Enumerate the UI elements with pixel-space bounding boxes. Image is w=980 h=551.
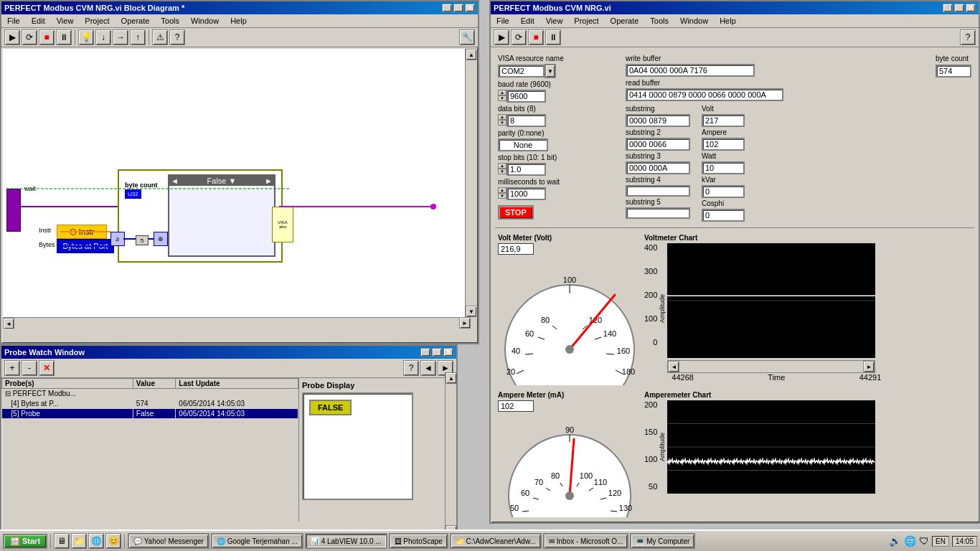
minimize-btn[interactable]: _	[442, 4, 452, 12]
volt-scroll-left[interactable]: ◄	[668, 361, 679, 372]
ms-down[interactable]: ▼	[498, 193, 507, 199]
fp-menu-view[interactable]: View	[543, 16, 566, 26]
visa-dropdown-arrow[interactable]: ▼	[545, 64, 556, 78]
fp-menu-operate[interactable]: Operate	[608, 16, 642, 26]
visa-resource-input[interactable]: COM2	[498, 65, 545, 77]
volt-group: Volt 217	[702, 105, 745, 127]
menu-project-bd[interactable]: Project	[82, 16, 112, 26]
ms-up[interactable]: ▲	[498, 187, 507, 193]
data-down[interactable]: ▼	[498, 120, 507, 126]
taskbar-google[interactable]: 🌐 Google Terjemahan ...	[211, 533, 303, 549]
fp-menu-help[interactable]: Help	[717, 16, 739, 26]
scroll-down-btn[interactable]: ▼	[466, 306, 476, 317]
case-arrow-left[interactable]: ◄	[171, 176, 179, 185]
volt-chart-scrollbar[interactable]: ◄ ►	[667, 360, 875, 373]
taskbar-adwcleaner[interactable]: 📁 C:\AdwCleaner\Adw...	[450, 533, 542, 549]
probe-close-btn[interactable]: ✕	[443, 348, 453, 357]
case-arrow-right[interactable]: ►	[265, 176, 273, 185]
fp-menu-file[interactable]: File	[494, 16, 512, 26]
probe-minimize-btn[interactable]: _	[420, 348, 430, 357]
fp-help-btn[interactable]: ?	[960, 29, 976, 45]
quick-launch-3[interactable]: 🌐	[88, 533, 104, 549]
ms-input[interactable]: 1000	[507, 187, 546, 200]
stop-down[interactable]: ▼	[498, 169, 507, 174]
probe-scroll-up[interactable]: ▲	[446, 372, 457, 384]
step-into-btn[interactable]: ↓	[95, 29, 111, 45]
baud-rate-input[interactable]: 9600	[507, 90, 546, 103]
fp-maximize-btn[interactable]: □	[954, 4, 964, 12]
ms-spinner[interactable]: ▲ ▼	[498, 187, 507, 200]
menu-window-bd[interactable]: Window	[188, 16, 222, 26]
extra-btn[interactable]: 🔧	[459, 29, 475, 45]
warn-btn[interactable]: ⚠	[152, 29, 168, 45]
probe-help-btn[interactable]: ?	[403, 360, 419, 376]
fp-menu-window[interactable]: Window	[677, 16, 711, 26]
highlight-btn[interactable]: 💡	[78, 29, 94, 45]
menu-file-bd[interactable]: File	[4, 16, 23, 26]
fp-controls-col: VISA resource name COM2 ▼ baud rate (960…	[498, 55, 620, 222]
data-bits-control: ▲ ▼ 8	[498, 114, 620, 127]
fp-abort-btn[interactable]: ■	[528, 29, 544, 45]
run-btn-bd[interactable]: ▶	[4, 29, 20, 45]
maximize-btn[interactable]: □	[453, 4, 463, 12]
probe-nav-left[interactable]: ◄	[420, 360, 436, 376]
fp-close-btn[interactable]: ✕	[966, 4, 976, 12]
svg-text:160: 160	[617, 347, 630, 355]
menu-view-bd[interactable]: View	[54, 16, 77, 26]
scroll-up-btn[interactable]: ▲	[466, 49, 476, 60]
bd-scrollbar-v[interactable]: ▲ ▼	[465, 49, 476, 329]
close-btn[interactable]: ✕	[465, 4, 475, 12]
scroll-right-btn[interactable]: ►	[459, 317, 471, 329]
taskbar-photoscape[interactable]: 🖼 PhotoScape	[389, 533, 448, 549]
fp-run-cont-btn[interactable]: ⟳	[511, 29, 527, 45]
fp-menu-project[interactable]: Project	[571, 16, 601, 26]
write-buffer-display[interactable]: 0A04 0000 000A 7176	[626, 64, 755, 77]
probe-scrollbar[interactable]: ▲ ▼	[445, 372, 456, 537]
quick-launch-1[interactable]: 🖥	[54, 533, 70, 549]
svg-point-7	[430, 204, 436, 209]
table-row-selected[interactable]: [5] Probe False 06/05/2014 14:05:03	[2, 409, 298, 419]
fp-minimize-btn[interactable]: _	[943, 4, 953, 12]
step-out-btn[interactable]: ↑	[130, 29, 146, 45]
taskbar-outlook[interactable]: ✉ Inbox - Microsoft O...	[543, 533, 629, 549]
pause-btn[interactable]: ⏸	[56, 29, 72, 45]
start-button[interactable]: 🪟 Start	[3, 534, 47, 549]
data-up[interactable]: ▲	[498, 114, 507, 120]
probe-name-2: [4] Bytes at P...	[2, 399, 133, 409]
fp-pause-btn[interactable]: ⏸	[545, 29, 561, 45]
taskbar-yahoo[interactable]: 💬 Yahoo! Messenger	[128, 533, 209, 549]
visa-resource-control[interactable]: COM2 ▼	[498, 64, 620, 78]
probe-add-btn[interactable]: +	[4, 360, 20, 376]
fp-run-btn[interactable]: ▶	[494, 29, 509, 45]
menu-operate-bd[interactable]: Operate	[118, 16, 153, 26]
abort-btn[interactable]: ■	[39, 29, 55, 45]
menu-edit-bd[interactable]: Edit	[29, 16, 48, 26]
stop-up[interactable]: ▲	[498, 163, 507, 169]
stop-bits-spinner[interactable]: ▲ ▼	[498, 163, 507, 176]
probe-maximize-btn[interactable]: □	[432, 348, 442, 357]
probe-remove-probe-btn[interactable]: -	[22, 360, 37, 376]
taskbar-mycomputer[interactable]: 💻 My Computer	[630, 533, 695, 549]
fp-menu-tools[interactable]: Tools	[647, 16, 672, 26]
baud-down[interactable]: ▼	[498, 95, 507, 101]
menu-tools-bd[interactable]: Tools	[158, 16, 182, 26]
baud-rate-spinner[interactable]: ▲ ▼	[498, 90, 507, 103]
fp-menu-edit[interactable]: Edit	[518, 16, 537, 26]
run-continuously-btn[interactable]: ⟳	[22, 29, 37, 45]
stop-button[interactable]: STOP	[498, 205, 534, 220]
quick-launch-4[interactable]: 😊	[105, 533, 121, 549]
quick-launch-2[interactable]: 📁	[71, 533, 87, 549]
baud-up[interactable]: ▲	[498, 90, 507, 95]
data-bits-input[interactable]: 8	[507, 114, 546, 127]
scroll-left-btn[interactable]: ◄	[3, 318, 14, 329]
bd-scrollbar-h[interactable]: ◄ ►	[3, 317, 471, 329]
taskbar-labview[interactable]: 📊 4 LabVIEW 10.0 ...	[305, 533, 387, 549]
menu-help-bd[interactable]: Help	[227, 16, 250, 26]
stop-bits-input[interactable]: 1.0	[507, 163, 546, 176]
data-bits-spinner[interactable]: ▲ ▼	[498, 114, 507, 127]
volt-scroll-right[interactable]: ►	[863, 361, 875, 372]
parity-input[interactable]: None	[498, 138, 548, 151]
probe-delete-btn[interactable]: ✕	[39, 360, 55, 376]
context-help-btn[interactable]: ?	[169, 29, 185, 45]
step-over-btn[interactable]: →	[113, 29, 128, 45]
